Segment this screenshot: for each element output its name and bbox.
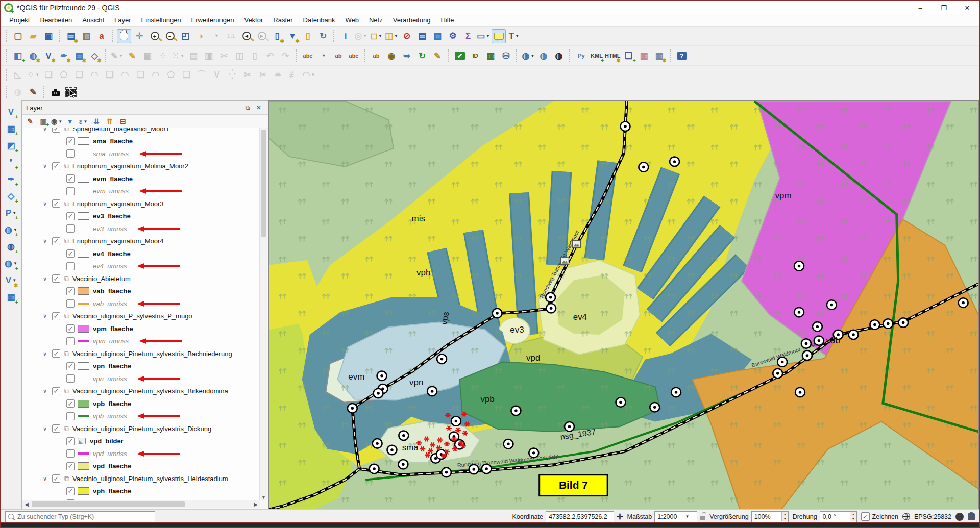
- manage-map-themes-icon[interactable]: ◉▼: [51, 116, 62, 127]
- add-arcgis-layer-icon[interactable]: ▦+: [4, 290, 18, 305]
- layer-row[interactable]: ✓vab_flaeche: [22, 285, 260, 298]
- add-wcs-layer-icon[interactable]: ◍+▼: [4, 257, 18, 271]
- layer-visibility-checkbox[interactable]: ✓: [66, 399, 75, 408]
- scale-combo[interactable]: 1:2000▼: [654, 511, 697, 522]
- expand-chevron-icon[interactable]: ∨: [43, 275, 52, 282]
- layer-label[interactable]: vpm_umriss: [93, 337, 129, 345]
- add-virtual-layer-icon[interactable]: ◇+: [4, 189, 18, 204]
- color-palette-tool-icon[interactable]: ▦: [637, 48, 651, 63]
- hscroll-right-icon[interactable]: ▶: [252, 501, 260, 507]
- expand-chevron-icon[interactable]: ∨: [43, 425, 52, 432]
- layer-label[interactable]: ev4_flaeche: [93, 250, 131, 258]
- measure-line-icon[interactable]: ▭▼: [476, 29, 491, 43]
- menu-item-raster[interactable]: Raster: [268, 15, 298, 26]
- layer-label[interactable]: Vaccinio_uliginosi_P_sylvestris_P_mugo: [72, 312, 192, 320]
- refresh-map-icon[interactable]: ↻: [316, 29, 330, 43]
- pin-labels-icon[interactable]: ab: [331, 48, 346, 63]
- layer-visibility-checkbox[interactable]: [66, 299, 75, 308]
- zoom-in-icon[interactable]: +: [148, 29, 162, 43]
- spinner-buttons[interactable]: ▲▼: [781, 512, 788, 521]
- layer-label[interactable]: vab_umriss: [93, 300, 127, 308]
- layer-label[interactable]: Eriophorum_vaginatum_Molinia_Moor2: [72, 162, 188, 170]
- layer-tree-vscrollbar[interactable]: ▼: [259, 128, 267, 500]
- layer-visibility-checkbox[interactable]: ✓: [66, 249, 75, 258]
- layer-visibility-checkbox[interactable]: ✓: [66, 362, 75, 370]
- expand-chevron-icon[interactable]: ∨: [43, 200, 52, 207]
- layer-visibility-checkbox[interactable]: ✓: [52, 274, 60, 283]
- show-hide-labels-icon[interactable]: ◉: [384, 48, 399, 63]
- expand-chevron-icon[interactable]: ∨: [43, 475, 52, 482]
- expand-chevron-icon[interactable]: ∨: [43, 163, 52, 169]
- move-label-icon[interactable]: ab: [369, 48, 383, 63]
- hscrollbar-thumb[interactable]: [32, 501, 185, 507]
- plugin-green-tool-icon[interactable]: ✔: [453, 48, 467, 63]
- metasearch-down-icon[interactable]: ◍▼: [521, 48, 535, 63]
- layer-visibility-checkbox[interactable]: ✓: [52, 349, 60, 358]
- layer-visibility-checkbox[interactable]: ✓: [66, 174, 75, 183]
- layer-row[interactable]: ✓vpd_flaeche: [22, 460, 260, 473]
- change-label-properties-icon[interactable]: ✎: [430, 48, 445, 63]
- zoom-out-icon[interactable]: −: [163, 29, 177, 43]
- layer-diagrams-icon[interactable]: ◔: [316, 48, 330, 63]
- layer-label[interactable]: vpb_flaeche: [93, 400, 131, 408]
- expand-chevron-icon[interactable]: ∨: [43, 128, 52, 132]
- met-binoculars-icon[interactable]: ◍: [552, 48, 566, 63]
- layer-visibility-checkbox[interactable]: [66, 374, 75, 383]
- menu-item-layer[interactable]: Layer: [109, 15, 136, 26]
- menu-item-einstellungen[interactable]: Einstellungen: [136, 15, 186, 26]
- minimize-button[interactable]: –: [909, 1, 932, 14]
- add-oracle-layer-icon[interactable]: V✱▼: [4, 273, 18, 288]
- style-manager-icon[interactable]: a: [94, 29, 109, 43]
- layer-visibility-checkbox[interactable]: [66, 337, 75, 345]
- move-label-diagram-icon[interactable]: ➥: [400, 48, 414, 63]
- bookmark-editor-icon[interactable]: ▯: [301, 29, 315, 43]
- layer-visibility-checkbox[interactable]: [66, 149, 75, 158]
- expand-chevron-icon[interactable]: ∨: [43, 238, 52, 244]
- layer-group-row[interactable]: ∨✓⧉Vaccinio_uliginosi_Pinetum_sylvestris…: [22, 422, 260, 435]
- menu-item-bearbeiten[interactable]: Bearbeiten: [35, 15, 77, 26]
- layer-row[interactable]: vpm_umriss: [22, 335, 260, 348]
- layer-label[interactable]: Vaccinio_uliginosi_Pinetum_sylvestris_Ba…: [72, 350, 232, 358]
- layer-row[interactable]: ev4_umriss: [22, 260, 260, 273]
- add-mesh-layer-icon[interactable]: ◩+: [4, 139, 18, 153]
- zoom-to-selection-icon[interactable]: ◑: [193, 29, 208, 43]
- maximize-button[interactable]: ❐: [932, 1, 955, 14]
- layer-row[interactable]: ev3_umriss: [22, 222, 260, 235]
- close-button[interactable]: ✕: [955, 1, 979, 14]
- layer-row[interactable]: ✓ev3_flaeche: [22, 210, 260, 223]
- zoom-full-extent-icon[interactable]: ◰: [178, 29, 192, 43]
- layer-row[interactable]: ✓evm_flaeche: [22, 172, 260, 185]
- filter-legend-icon[interactable]: ▼: [64, 116, 76, 127]
- menu-item-datenbank[interactable]: Datenbank: [298, 15, 340, 26]
- layer-label[interactable]: vpd_bilder: [90, 437, 124, 445]
- layer-visibility-checkbox[interactable]: ✓: [52, 237, 60, 245]
- expand-chevron-icon[interactable]: ∨: [43, 388, 52, 394]
- menu-item-ansicht[interactable]: Ansicht: [77, 15, 109, 26]
- metasearch-find-icon[interactable]: ◍: [536, 48, 551, 63]
- menu-item-web[interactable]: Web: [340, 15, 364, 26]
- attribute-grid-tool-icon[interactable]: ▦✱: [652, 48, 667, 63]
- menu-item-erweiterungen[interactable]: Erweiterungen: [186, 15, 239, 26]
- layer-label[interactable]: evm_umriss: [93, 187, 129, 195]
- layout-manager-icon[interactable]: ▥: [79, 29, 93, 43]
- layer-row[interactable]: ✓sma_flaeche: [22, 135, 260, 148]
- layer-group-row[interactable]: ∨✓⧉Sphagnetum_magellanici_Moor1: [22, 128, 260, 135]
- layer-row[interactable]: ✓ev4_flaeche: [22, 247, 260, 260]
- menu-item-projekt[interactable]: Projekt: [4, 15, 35, 26]
- layer-row[interactable]: ✓vpn_flaeche: [22, 360, 260, 373]
- layer-label[interactable]: Vaccinio_uliginosi_Pinetum_sylvestris_Bi…: [72, 387, 228, 395]
- layer-label[interactable]: evm_flaeche: [93, 175, 133, 183]
- python-console-icon[interactable]: Py: [574, 48, 589, 63]
- pan-to-selection-icon[interactable]: ✛: [132, 29, 146, 43]
- import-photos-icon[interactable]: [48, 85, 63, 99]
- messages-icon[interactable]: …: [955, 513, 964, 521]
- show-spatial-bookmarks-icon[interactable]: ▼✱: [285, 29, 300, 43]
- plugin-id-tool-icon[interactable]: ID: [468, 48, 482, 63]
- layer-group-row[interactable]: ∨✓⧉Vaccinio_uliginosi_Pinetum_sylvestris…: [22, 472, 260, 485]
- layer-label[interactable]: vpd_flaeche: [93, 462, 131, 470]
- add-gpx-layer-icon[interactable]: ✒+: [4, 172, 18, 187]
- add-vector-layer-icon[interactable]: V+: [4, 105, 18, 119]
- deselect-features-icon[interactable]: ⊘: [400, 29, 414, 43]
- layer-visibility-checkbox[interactable]: ✓: [52, 387, 60, 395]
- help-contents-icon[interactable]: ?: [675, 48, 689, 63]
